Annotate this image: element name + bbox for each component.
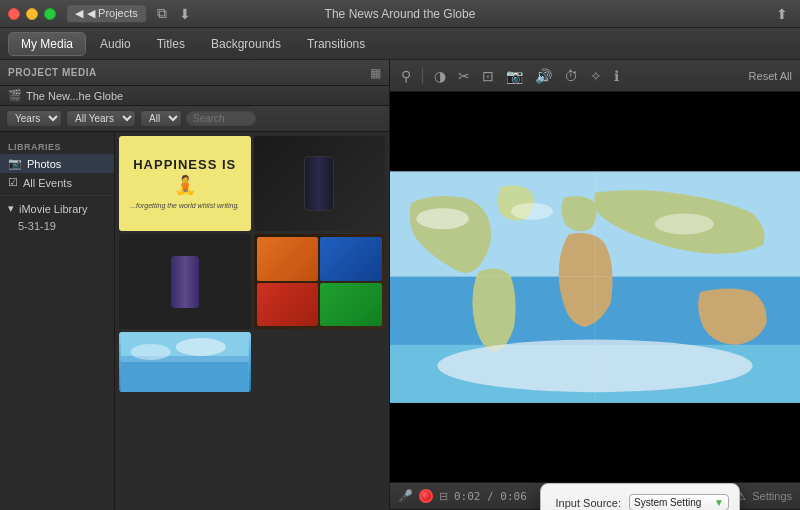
- sidebar-item-all-events[interactable]: ☑ All Events: [0, 173, 114, 192]
- audio-icon[interactable]: 🔊: [532, 66, 555, 86]
- camera-icon[interactable]: 📷: [503, 66, 526, 86]
- crop-icon[interactable]: ✂: [455, 66, 473, 86]
- sort-select[interactable]: Years Date: [6, 110, 62, 127]
- checkbox-icon: ☑: [8, 176, 18, 189]
- titlebar: ◀ ◀ Projects ⧉ ⬇ The News Around the Glo…: [0, 0, 800, 28]
- color-icon[interactable]: ◑: [431, 66, 449, 86]
- split-icon: ⊟: [439, 490, 448, 503]
- svg-point-11: [655, 213, 714, 234]
- project-media-title: PROJECT MEDIA: [8, 67, 364, 78]
- filter-bar: Years Date All Years All: [0, 106, 389, 132]
- left-panel: PROJECT MEDIA ▦ 🎬 The New...he Globe Yea…: [0, 60, 390, 510]
- effects-icon[interactable]: ✧: [587, 66, 605, 86]
- happiness-title: HAPPINESS IS: [133, 158, 236, 172]
- grid-view-icon[interactable]: ▦: [370, 66, 381, 80]
- info-icon[interactable]: ℹ: [611, 66, 622, 86]
- download-icon[interactable]: ⬇: [175, 3, 195, 24]
- content-area: LIBRARIES 📷 Photos ☑ All Events ▾ iMovie…: [0, 132, 389, 510]
- svg-rect-1: [121, 360, 249, 392]
- svg-point-9: [416, 208, 469, 229]
- year-select[interactable]: All Years: [66, 110, 136, 127]
- pointer-icon[interactable]: ⚲: [398, 66, 414, 86]
- tab-backgrounds[interactable]: Backgrounds: [199, 33, 293, 55]
- sidebar-divider: [0, 195, 114, 196]
- preview-area: [390, 92, 800, 482]
- window-title: The News Around the Globe: [325, 7, 476, 21]
- sidebar-item-date[interactable]: 5-31-19: [0, 218, 114, 234]
- media-thumb-happiness[interactable]: HAPPINESS IS 🧘 ...forgetting the world w…: [119, 136, 251, 231]
- reset-all-button[interactable]: Reset All: [749, 70, 792, 82]
- media-thumb-dark-can[interactable]: [254, 136, 386, 231]
- chevron-down-icon: ▾: [8, 202, 14, 215]
- snacks-grid: [254, 234, 386, 329]
- player-controls: 🎤 ⊟ 0:02 / 0:06 Done ⚠ Settings Input So…: [390, 482, 800, 510]
- sidebar-item-photos[interactable]: 📷 Photos: [0, 154, 114, 173]
- world-map-preview: [390, 92, 800, 482]
- tab-audio[interactable]: Audio: [88, 33, 143, 55]
- input-source-row: Input Source: System Setting ▼: [551, 494, 729, 510]
- water-landscape-svg: [119, 332, 251, 392]
- media-grid: HAPPINESS IS 🧘 ...forgetting the world w…: [115, 132, 389, 510]
- share-icon[interactable]: ⬆: [772, 4, 792, 24]
- snack-item-1: [257, 237, 319, 281]
- libraries-label: LIBRARIES: [0, 138, 114, 154]
- snack-item-4: [320, 283, 382, 327]
- close-button[interactable]: [8, 8, 20, 20]
- record-button[interactable]: [419, 489, 433, 503]
- stabilize-icon[interactable]: ⊡: [479, 66, 497, 86]
- split-view-icon[interactable]: ⧉: [153, 3, 171, 24]
- svg-point-4: [176, 338, 226, 356]
- speedometer-icon[interactable]: ⏱: [561, 66, 581, 86]
- sidebar-item-imovie-library[interactable]: ▾ iMovie Library: [0, 199, 114, 218]
- happiness-subtitle: ...forgetting the world whilst writing.: [130, 202, 239, 209]
- input-source-select[interactable]: System Setting ▼: [629, 494, 729, 510]
- svg-point-10: [511, 203, 553, 220]
- maximize-button[interactable]: [44, 8, 56, 20]
- project-name[interactable]: The New...he Globe: [26, 90, 123, 102]
- main-layout: PROJECT MEDIA ▦ 🎬 The New...he Globe Yea…: [0, 60, 800, 510]
- svg-point-3: [131, 344, 171, 360]
- projects-button[interactable]: ◀ ◀ Projects: [66, 4, 147, 23]
- purple-can-shape: [171, 256, 199, 308]
- microphone-icon[interactable]: 🎤: [398, 489, 413, 503]
- audio-settings-popup: Input Source: System Setting ▼ Volume: 0…: [540, 483, 740, 510]
- filter-select[interactable]: All: [140, 110, 182, 127]
- toolbar-tabs: My Media Audio Titles Backgrounds Transi…: [0, 28, 800, 60]
- photos-icon: 📷: [8, 157, 22, 170]
- media-thumb-snacks[interactable]: [254, 234, 386, 329]
- sidebar: LIBRARIES 📷 Photos ☑ All Events ▾ iMovie…: [0, 132, 115, 510]
- timecode-display: 0:02 / 0:06: [454, 490, 527, 503]
- select-arrow-icon: ▼: [714, 497, 724, 508]
- search-input[interactable]: [186, 111, 256, 126]
- chevron-left-icon: ◀: [75, 7, 83, 20]
- snack-item-3: [257, 283, 319, 327]
- titlebar-right: ⬆: [772, 4, 792, 24]
- input-source-label: Input Source:: [551, 497, 621, 509]
- project-media-header: PROJECT MEDIA ▦: [0, 60, 389, 86]
- snack-item-2: [320, 237, 382, 281]
- right-panel: ⚲ ◑ ✂ ⊡ 📷 🔊 ⏱ ✧ ℹ Reset All: [390, 60, 800, 510]
- happiness-figure: 🧘: [174, 174, 196, 196]
- viewer-toolbar: ⚲ ◑ ✂ ⊡ 📷 🔊 ⏱ ✧ ℹ Reset All: [390, 60, 800, 92]
- minimize-button[interactable]: [26, 8, 38, 20]
- toolbar-separator-1: [422, 68, 423, 84]
- dark-can-shape: [304, 156, 334, 211]
- settings-button[interactable]: Settings: [752, 490, 792, 502]
- traffic-lights: [8, 8, 56, 20]
- film-icon: 🎬: [8, 89, 22, 102]
- media-thumb-water[interactable]: [119, 332, 251, 392]
- tab-transitions[interactable]: Transitions: [295, 33, 377, 55]
- tab-titles[interactable]: Titles: [145, 33, 197, 55]
- tab-my-media[interactable]: My Media: [8, 32, 86, 56]
- media-thumb-purple-can[interactable]: [119, 234, 251, 329]
